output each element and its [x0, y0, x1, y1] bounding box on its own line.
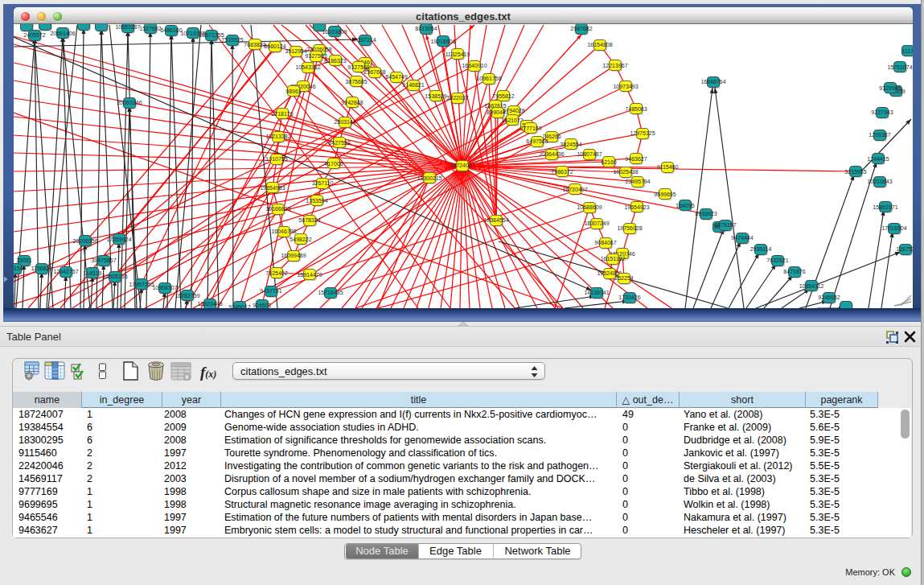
- svg-text:8813054: 8813054: [415, 26, 437, 31]
- svg-text:9084067: 9084067: [594, 240, 616, 245]
- svg-text:35061: 35061: [16, 257, 32, 263]
- svg-text:17957255: 17957255: [129, 282, 154, 287]
- svg-text:9115460: 9115460: [657, 164, 679, 170]
- svg-text:2087682: 2087682: [570, 26, 592, 31]
- svg-text:1538529: 1538529: [425, 93, 446, 99]
- svg-text:16046798: 16046798: [271, 229, 296, 234]
- svg-text:10653287: 10653287: [115, 24, 140, 30]
- svg-text:5878334: 5878334: [298, 217, 320, 223]
- svg-text:62160: 62160: [601, 159, 617, 165]
- svg-text:16640910: 16640910: [462, 63, 487, 68]
- svg-text:1010755: 1010755: [265, 156, 287, 162]
- svg-text:9463627: 9463627: [625, 156, 647, 162]
- svg-text:3875685: 3875685: [345, 79, 367, 84]
- svg-text:3912954: 3912954: [285, 48, 306, 54]
- svg-text:1117: 1117: [902, 48, 913, 54]
- svg-text:7357214: 7357214: [354, 37, 376, 43]
- svg-text:9457791: 9457791: [260, 288, 281, 294]
- svg-text:8660124: 8660124: [264, 43, 285, 49]
- svg-text:39154: 39154: [14, 266, 23, 271]
- svg-text:39975867: 39975867: [91, 257, 116, 263]
- svg-text:10688609: 10688609: [577, 204, 602, 210]
- svg-text:252254: 252254: [614, 275, 633, 281]
- svg-text:7485063: 7485063: [625, 106, 647, 112]
- svg-text:10543362: 10543362: [295, 64, 320, 70]
- svg-text:116753: 116753: [897, 246, 913, 252]
- svg-text:2935114: 2935114: [750, 246, 772, 252]
- svg-text:19756928: 19756928: [617, 225, 642, 231]
- svg-text:18307249: 18307249: [584, 220, 609, 226]
- svg-text:16648764: 16648764: [700, 79, 725, 84]
- svg-text:2367608: 2367608: [363, 69, 385, 75]
- svg-text:8454749: 8454749: [385, 74, 407, 80]
- svg-text:20053346: 20053346: [117, 100, 142, 105]
- svg-text:9245652: 9245652: [818, 295, 840, 300]
- svg-text:20364436: 20364436: [539, 151, 564, 157]
- svg-text:1353594: 1353594: [306, 198, 327, 204]
- svg-text:15751074: 15751074: [887, 64, 912, 70]
- svg-text:1156829: 1156829: [31, 266, 53, 271]
- svg-text:8471876: 8471876: [783, 269, 805, 274]
- svg-text:16099489: 16099489: [281, 253, 306, 258]
- svg-text:1209387: 1209387: [869, 132, 890, 138]
- svg-text:3215955: 3215955: [844, 169, 866, 175]
- svg-text:14136141: 14136141: [584, 290, 609, 295]
- svg-text:7663822: 7663822: [244, 42, 265, 47]
- svg-text:8933923: 8933923: [695, 211, 717, 216]
- svg-text:7955812: 7955812: [492, 93, 514, 99]
- svg-text:12975125: 12975125: [630, 130, 655, 136]
- svg-text:9794028: 9794028: [503, 108, 524, 113]
- svg-text:164095: 164095: [676, 203, 694, 208]
- svg-text:12213382: 12213382: [265, 134, 290, 139]
- svg-text:2718176: 2718176: [271, 111, 293, 117]
- svg-text:18724007: 18724007: [450, 163, 474, 168]
- svg-text:9474444: 9474444: [731, 235, 753, 241]
- svg-text:1527602: 1527602: [139, 26, 161, 31]
- svg-text:16151132: 16151132: [601, 256, 626, 262]
- svg-text:1244415: 1244415: [867, 156, 889, 162]
- svg-text:3824554: 3824554: [560, 142, 581, 147]
- svg-text:1733426: 1733426: [618, 295, 640, 300]
- svg-text:9329966: 9329966: [879, 85, 901, 91]
- svg-text:10807487: 10807487: [577, 151, 602, 157]
- svg-text:7986372: 7986372: [551, 169, 573, 175]
- svg-text:20691406: 20691406: [50, 31, 75, 36]
- svg-text:10210643: 10210643: [867, 179, 892, 184]
- svg-text:12505135: 12505135: [102, 274, 127, 279]
- svg-text:8427552: 8427552: [328, 140, 350, 146]
- svg-text:9777169: 9777169: [519, 126, 541, 131]
- svg-text:9242848: 9242848: [341, 100, 363, 105]
- svg-text:12942757: 12942757: [53, 269, 78, 274]
- svg-text:10654112: 10654112: [799, 283, 824, 289]
- svg-text:16033809: 16033809: [322, 29, 347, 35]
- svg-text:9245012: 9245012: [228, 304, 250, 308]
- svg-text:19384554: 19384554: [483, 217, 508, 223]
- svg-text:2405572: 2405572: [23, 32, 45, 38]
- svg-text:98961: 98961: [285, 89, 302, 94]
- svg-text:7515525: 7515525: [221, 37, 243, 43]
- svg-text:114519: 114519: [84, 270, 102, 276]
- svg-text:10958107: 10958107: [152, 285, 177, 290]
- svg-text:13300215: 13300215: [417, 175, 441, 181]
- svg-text:12213967: 12213967: [602, 63, 627, 68]
- svg-text:16914479: 16914479: [297, 272, 322, 278]
- svg-text:2803144: 2803144: [334, 119, 355, 125]
- svg-text:16154808: 16154808: [587, 42, 612, 47]
- svg-text:15720407: 15720407: [562, 187, 587, 192]
- svg-text:9227343: 9227343: [871, 109, 893, 115]
- svg-text:7632621: 7632621: [766, 257, 788, 263]
- svg-text:3822037: 3822037: [446, 95, 468, 101]
- svg-text:17016504: 17016504: [881, 225, 906, 231]
- svg-text:417006: 417006: [324, 161, 343, 167]
- svg-text:23495794: 23495794: [625, 179, 650, 184]
- svg-text:5498222: 5498222: [290, 237, 311, 242]
- svg-text:10973493: 10973493: [613, 84, 638, 89]
- svg-text:8186323: 8186323: [324, 58, 346, 64]
- svg-text:19654983: 19654983: [260, 185, 285, 191]
- svg-text:16671355: 16671355: [199, 32, 224, 38]
- svg-text:6879197: 6879197: [714, 222, 736, 228]
- svg-text:6466160: 6466160: [160, 27, 182, 33]
- svg-text:11325419: 11325419: [446, 51, 470, 57]
- svg-text:1621072: 1621072: [501, 117, 523, 123]
- svg-text:9146821: 9146821: [402, 82, 424, 88]
